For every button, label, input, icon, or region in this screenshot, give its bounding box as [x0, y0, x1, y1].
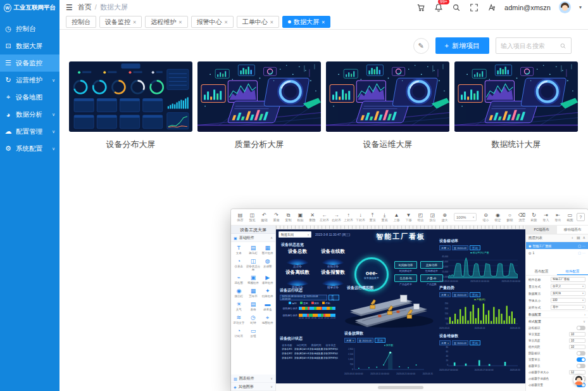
- component-item[interactable]: ▬ 进度条: [260, 301, 275, 311]
- toolbar-tool[interactable]: ▤ 保存: [234, 212, 246, 222]
- component-item[interactable]: ▤ 跑马灯: [246, 245, 261, 255]
- sidebar-item-console[interactable]: ◷控制台: [0, 20, 59, 37]
- toolbar-tool[interactable]: ← 左对齐: [318, 212, 330, 222]
- lock-icon[interactable]: ▢: [578, 244, 581, 248]
- close-icon[interactable]: ×: [322, 19, 325, 25]
- toolbar-tool[interactable]: ▭ 截图: [564, 212, 576, 222]
- toolbar-tool[interactable]: ⤓ 置底: [378, 212, 391, 222]
- toolbar-tool[interactable]: ⊖ 缩小: [480, 212, 492, 222]
- tab-data-screen[interactable]: 数据大屏×: [282, 16, 330, 28]
- username[interactable]: admin@xmszn: [504, 4, 551, 11]
- query-button[interactable]: 查询: [375, 338, 385, 343]
- shadow-toggle[interactable]: [577, 351, 585, 356]
- bell-icon[interactable]: 99+: [434, 3, 443, 12]
- toolbar-tool[interactable]: ⊕ 放大: [439, 212, 451, 222]
- tab-console[interactable]: 控制台: [66, 16, 96, 28]
- component-item[interactable]: ◍ 水球图: [260, 258, 275, 271]
- period-select[interactable]: 月度▾: [439, 245, 451, 250]
- component-item[interactable]: ▣ 视频组件: [246, 274, 261, 285]
- tab-canvas-config[interactable]: 画布配置: [526, 267, 557, 275]
- card-quality-analysis[interactable]: 质量分析大屏: [197, 61, 321, 150]
- toolbar-tool[interactable]: ↷ 重做: [270, 212, 282, 222]
- query-button[interactable]: 查询: [470, 340, 480, 345]
- close-icon[interactable]: ×: [225, 19, 228, 25]
- border-toggle[interactable]: [577, 326, 585, 330]
- toolbar-tool[interactable]: ▣ 粘贴: [294, 212, 306, 222]
- collapse-icon[interactable]: ∧: [583, 235, 585, 241]
- component-item[interactable]: ⌖ 地图组件: [260, 314, 275, 324]
- add-project-button[interactable]: +新增项目: [435, 37, 489, 54]
- help-button[interactable]: ?: [577, 213, 585, 221]
- layer-list-icon[interactable]: ▤: [577, 235, 580, 241]
- sidebar-item-config-mgmt[interactable]: ☁配置管理∨: [0, 123, 59, 140]
- component-item[interactable]: ▤ 表格: [246, 301, 261, 311]
- more-icon[interactable]: ⋯: [582, 251, 585, 255]
- search-icon[interactable]: [451, 3, 461, 12]
- background-toggle[interactable]: [577, 357, 585, 362]
- component-item[interactable]: ≋ 滚动文字: [232, 314, 246, 324]
- period-select[interactable]: 月度▾: [439, 340, 451, 345]
- component-item[interactable]: ☀ 天气: [232, 301, 246, 311]
- eye-icon[interactable]: ◎: [529, 251, 531, 255]
- component-item[interactable]: ◔ 仪表盘: [232, 258, 246, 271]
- query-button[interactable]: 查询: [470, 245, 480, 250]
- toolbar-tool[interactable]: ▲ 上移: [391, 212, 403, 222]
- sidebar-item-operation[interactable]: ↻运营维护∨: [0, 72, 59, 89]
- tab-alarm-center[interactable]: 报警中心×: [191, 16, 234, 28]
- tab-remote-maintain[interactable]: 远程维护×: [145, 16, 187, 28]
- component-item[interactable]: ▶ 播放组件: [260, 274, 275, 285]
- toolbar-tool[interactable]: ○ 解锁: [504, 212, 516, 222]
- floating-assistant-avatar[interactable]: [573, 375, 584, 385]
- component-item[interactable]: ◉ 指示灯: [232, 288, 246, 298]
- layer-item[interactable]: ◉ 智能工厂面板 ▢⋯: [526, 242, 588, 249]
- subtitle-font-input[interactable]: 12: [569, 370, 585, 375]
- component-item[interactable]: ⌁ 流程图: [232, 274, 246, 285]
- tab-device-monitor[interactable]: 设备监控×: [99, 16, 142, 28]
- toolbar-tool[interactable]: ▼ 下移: [403, 212, 415, 222]
- horizontal-scrollbar[interactable]: [378, 386, 423, 389]
- sidebar-item-device-map[interactable]: ⌖设备地图: [0, 89, 59, 106]
- user-menu-caret-icon[interactable]: ▾: [579, 4, 582, 10]
- edit-mode-button[interactable]: ✎: [413, 38, 429, 54]
- width-input[interactable]: 10: [569, 332, 585, 337]
- component-item[interactable]: ◔ 计时器: [232, 328, 246, 338]
- toolbar-tool[interactable]: ↓ 下对齐: [354, 212, 366, 222]
- toolbar-tool[interactable]: ⌫ 清空: [516, 212, 528, 222]
- card-device-ops[interactable]: 设备运维大屏: [326, 61, 449, 150]
- eye-icon[interactable]: ◉: [529, 244, 531, 248]
- section-other-shapes[interactable]: ◈ 其他图形 ∨: [231, 383, 275, 391]
- fullscreen-icon[interactable]: [469, 3, 479, 12]
- project-search-input[interactable]: [501, 42, 556, 49]
- toolbar-tool[interactable]: ↑ 上对齐: [342, 212, 354, 222]
- date-input[interactable]: 至 2024-03: [452, 292, 468, 297]
- query-button[interactable]: 查询: [470, 292, 480, 297]
- align-select[interactable]: 居中▾: [551, 305, 585, 310]
- tab-mobile-canvas[interactable]: 移动端画布: [557, 226, 588, 234]
- search-icon[interactable]: [560, 42, 566, 49]
- height-input[interactable]: 10: [569, 338, 585, 343]
- more-icon[interactable]: ⋯: [582, 244, 585, 248]
- tab-pc-canvas[interactable]: PC端画布: [526, 226, 557, 234]
- card-device-distribution[interactable]: 设备分布大屏: [69, 61, 192, 150]
- breadcrumb-home[interactable]: 首页: [78, 3, 92, 11]
- zoom-select[interactable]: 100%▾: [454, 213, 477, 221]
- component-item[interactable]: T 文本: [232, 245, 246, 255]
- title-toggle[interactable]: [577, 364, 585, 368]
- toolbar-tool[interactable]: ⇥ 导入: [540, 212, 552, 222]
- font-size-icon[interactable]: [487, 3, 496, 12]
- toolbar-tool[interactable]: ◉ 锁定: [492, 212, 504, 222]
- toolbar-tool[interactable]: ↻ 刷新: [528, 212, 540, 222]
- sidebar-item-data-analysis[interactable]: ◕数据分析∨: [0, 106, 59, 123]
- data-config-section[interactable]: 数据配置›: [526, 311, 588, 317]
- date-range-input[interactable]: 2023-03-08 00:00:00 至 2023-03-08 23:59:5…: [280, 295, 327, 300]
- lock-icon[interactable]: ▢: [578, 251, 581, 255]
- close-icon[interactable]: ×: [133, 19, 136, 25]
- tab-component-config[interactable]: 组件配置: [557, 267, 588, 275]
- data-display-select[interactable]: 实时值▾: [551, 291, 585, 296]
- section-basic-components[interactable]: ▣ 基础组件 ∧: [231, 234, 275, 242]
- period-select[interactable]: 月度▾: [439, 292, 451, 297]
- sidebar-item-device-monitor[interactable]: ☰设备监控: [0, 54, 59, 72]
- period-select[interactable]: 月度▾: [344, 338, 356, 343]
- toolbar-tool[interactable]: ◰ 组合: [415, 212, 427, 222]
- date-input[interactable]: 至 2024-03: [357, 338, 373, 343]
